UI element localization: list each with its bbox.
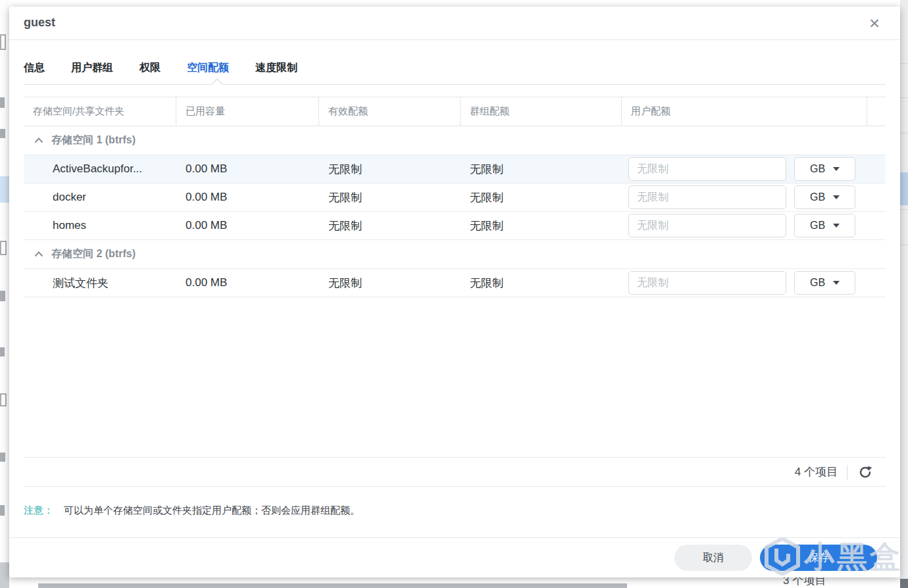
tab-用户群组[interactable]: 用户群组	[71, 58, 113, 78]
background-glyph-fragment	[0, 34, 6, 50]
unit-select[interactable]: GB	[794, 271, 855, 295]
user-quota-input[interactable]	[628, 214, 786, 237]
background-glyph-fragment	[0, 393, 7, 406]
user-quota-dialog: guest ✕ 信息用户群组权限空间配额速度限制 存储空间/共享文件夹已用容量有…	[9, 7, 900, 577]
tab-速度限制[interactable]: 速度限制	[255, 58, 297, 78]
used-capacity: 0.00 MB	[176, 162, 319, 176]
background-right-strip	[900, 0, 908, 588]
user-quota-cell: GB	[622, 157, 867, 181]
used-capacity: 0.00 MB	[176, 191, 319, 204]
column-header[interactable]: 已用容量	[176, 97, 319, 126]
group-quota: 无限制	[461, 276, 622, 291]
effective-quota: 无限制	[319, 276, 461, 291]
user-quota-cell: GB	[622, 271, 867, 295]
table-row[interactable]: ActiveBackupfor...0.00 MB无限制无限制GB	[24, 155, 886, 184]
column-header[interactable]: 群组配额	[461, 97, 622, 126]
background-glyph-fragment	[0, 97, 5, 108]
user-quota-input[interactable]	[628, 157, 786, 181]
item-count: 4 个项目	[795, 464, 838, 479]
effective-quota: 无限制	[319, 190, 461, 205]
dialog-title: guest	[24, 16, 55, 30]
group-quota: 无限制	[461, 162, 622, 177]
close-icon[interactable]: ✕	[865, 14, 884, 34]
active-tab-caret	[212, 79, 223, 90]
tab-空间配额[interactable]: 空间配额	[187, 58, 229, 78]
effective-quota: 无限制	[319, 218, 461, 233]
background-glyph-fragment	[0, 453, 5, 462]
column-header[interactable]: 存储空间/共享文件夹	[24, 97, 176, 126]
table-row[interactable]: docker0.00 MB无限制无限制GB	[24, 184, 886, 212]
refresh-icon[interactable]	[857, 464, 874, 481]
tab-权限[interactable]: 权限	[139, 58, 161, 78]
background-glyph-fragment	[0, 505, 5, 516]
unit-select[interactable]: GB	[794, 214, 855, 237]
note-text: 可以为单个存储空间或文件夹指定用户配额；否则会应用群组配额。	[64, 504, 360, 517]
background-glyph-fragment	[0, 241, 7, 255]
note: 注意： 可以为单个存储空间或文件夹指定用户配额；否则会应用群组配额。	[24, 504, 360, 517]
unit-select[interactable]: GB	[794, 157, 855, 181]
chevron-down-icon	[833, 195, 840, 199]
cancel-button[interactable]: 取消	[674, 545, 752, 571]
table-body: 存储空间 1 (btrfs)ActiveBackupfor...0.00 MB无…	[24, 126, 886, 297]
tab-divider	[24, 84, 886, 85]
tab-信息[interactable]: 信息	[24, 58, 45, 78]
quota-table: 存储空间/共享文件夹已用容量有效配额群组配额用户配额 存储空间 1 (btrfs…	[24, 97, 886, 297]
background-glyph-fragment	[0, 347, 5, 356]
chevron-down-icon	[833, 281, 840, 285]
used-capacity: 0.00 MB	[176, 219, 319, 232]
column-header[interactable]: 用户配额	[622, 97, 867, 126]
shared-folder-name: ActiveBackupfor...	[24, 162, 176, 176]
background-left-strip	[0, 0, 9, 588]
used-capacity: 0.00 MB	[176, 276, 319, 289]
background-glyph-fragment	[0, 129, 5, 138]
background-band-fragment	[0, 562, 9, 588]
dialog-footer: 取消 保存	[9, 537, 900, 577]
chevron-down-icon	[833, 167, 840, 171]
footer-separator	[847, 465, 847, 479]
table-header: 存储空间/共享文件夹已用容量有效配额群组配额用户配额	[24, 97, 886, 126]
storage-group-label: 存储空间 1 (btrfs)	[51, 134, 136, 147]
unit-label: GB	[810, 220, 825, 232]
shared-folder-name: 测试文件夹	[24, 276, 176, 291]
unit-label: GB	[810, 191, 825, 203]
dialog-tabs: 信息用户群组权限空间配额速度限制	[24, 58, 297, 78]
storage-group-label: 存储空间 2 (btrfs)	[51, 247, 136, 261]
effective-quota: 无限制	[319, 162, 461, 177]
column-header[interactable]: 有效配额	[319, 97, 461, 126]
storage-group-row[interactable]: 存储空间 2 (btrfs)	[24, 240, 886, 269]
column-header	[867, 97, 886, 126]
dialog-title-bar: guest ✕	[9, 7, 900, 40]
shared-folder-name: homes	[24, 219, 176, 232]
user-quota-input[interactable]	[628, 185, 786, 209]
table-row[interactable]: 测试文件夹0.00 MB无限制无限制GB	[24, 269, 886, 297]
unit-label: GB	[810, 277, 825, 289]
chevron-up-icon	[34, 137, 43, 143]
group-quota: 无限制	[461, 190, 622, 205]
user-quota-input[interactable]	[628, 271, 786, 295]
user-quota-cell: GB	[622, 185, 867, 209]
list-footer-bar: 4 个项目	[24, 457, 886, 487]
storage-group-row[interactable]: 存储空间 1 (btrfs)	[24, 126, 886, 155]
user-quota-cell: GB	[622, 214, 867, 237]
chevron-up-icon	[34, 251, 43, 257]
chevron-down-icon	[833, 224, 840, 228]
table-row[interactable]: homes0.00 MB无限制无限制GB	[24, 212, 886, 240]
note-label: 注意：	[24, 504, 53, 517]
background-band-fragment	[38, 583, 627, 588]
shared-folder-name: docker	[24, 191, 176, 204]
group-quota: 无限制	[461, 218, 622, 233]
unit-label: GB	[810, 163, 825, 175]
unit-select[interactable]: GB	[794, 185, 855, 209]
background-selected-row-fragment	[0, 176, 9, 203]
background-glyph-fragment	[0, 291, 5, 301]
save-button[interactable]: 保存	[760, 545, 877, 571]
